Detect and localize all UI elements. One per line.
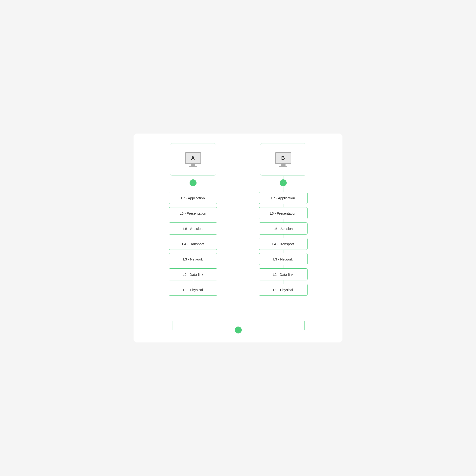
monitor-label-b: B — [281, 155, 285, 161]
computer-icon-a: A — [185, 152, 201, 167]
monitor-a: A — [185, 152, 201, 164]
arrow-circle-b: ↑ — [280, 179, 287, 186]
layer-conn-b-5 — [283, 265, 283, 268]
layer-conn-a-5 — [193, 265, 193, 268]
arrow-icon-b: ↑ — [282, 181, 284, 185]
layer-box-b-l1: L1 - Physical — [259, 284, 307, 296]
layer-box-a-l3: L3 - Network — [169, 253, 217, 265]
diagram-container: A ↓ L7 - Application L6 - Presentation L… — [134, 134, 342, 342]
layer-box-b-l7: L7 - Application — [259, 192, 307, 204]
layer-conn-b-4 — [283, 250, 283, 253]
monitor-stand-b — [281, 164, 286, 166]
layer-conn-a-6 — [193, 280, 193, 284]
layer-conn-a-2 — [193, 219, 193, 222]
layer-box-b-l5: L5 - Session — [259, 222, 307, 235]
top-connector-b — [283, 176, 283, 179]
column-a: A ↓ L7 - Application L6 - Presentation L… — [168, 143, 219, 296]
layer-conn-a-3 — [193, 235, 193, 238]
layer-box-b-l4: L4 - Transport — [259, 238, 307, 250]
layer-box-b-l3: L3 - Network — [259, 253, 307, 265]
layer-box-b-l2: L2 - Data-link — [259, 268, 307, 280]
monitor-stand-a — [191, 164, 195, 166]
conn-line-b-0 — [283, 186, 283, 192]
layer-box-a-l5: L5 - Session — [169, 222, 217, 235]
layer-conn-a-4 — [193, 250, 193, 253]
monitor-label-a: A — [191, 155, 195, 161]
svg-text:→: → — [237, 328, 240, 332]
computer-box-b: B — [260, 143, 306, 176]
layer-conn-a-1 — [193, 204, 193, 207]
svg-point-3 — [235, 326, 242, 334]
layer-conn-b-2 — [283, 219, 283, 222]
conn-line-a-0 — [193, 186, 193, 192]
computer-box-a: A — [170, 143, 216, 176]
layer-box-a-l1: L1 - Physical — [169, 284, 217, 296]
bottom-connector-svg: → — [148, 321, 328, 335]
layer-box-a-l6: L6 - Presentation — [169, 207, 217, 219]
arrow-circle-a: ↓ — [189, 179, 197, 186]
layer-conn-b-3 — [283, 235, 283, 238]
layer-box-a-l4: L4 - Transport — [169, 238, 217, 250]
arrow-icon-a: ↓ — [192, 181, 194, 185]
monitor-base-a — [189, 166, 197, 167]
bottom-connector-area: → — [148, 321, 328, 335]
monitor-base-b — [279, 166, 287, 167]
layer-box-a-l2: L2 - Data-link — [169, 268, 217, 280]
layer-box-a-l7: L7 - Application — [169, 192, 217, 204]
layer-box-b-l6: L6 - Presentation — [259, 207, 307, 219]
computer-icon-b: B — [275, 152, 291, 167]
layer-conn-b-6 — [283, 280, 283, 284]
monitor-b: B — [275, 152, 291, 164]
top-connector-a — [193, 176, 193, 179]
column-b: B ↑ L7 - Application L6 - Presentation L… — [258, 143, 309, 296]
layer-conn-b-1 — [283, 204, 283, 207]
